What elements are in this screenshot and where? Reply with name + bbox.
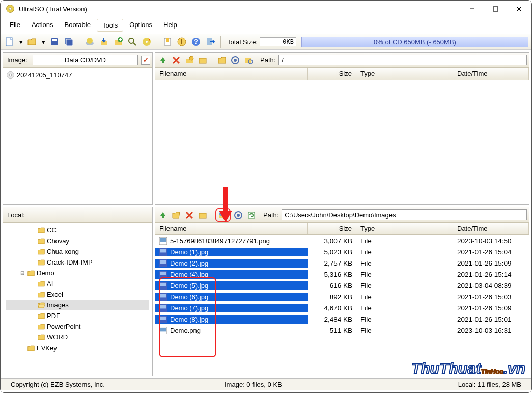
svg-rect-45: [160, 271, 166, 275]
svg-point-13: [129, 38, 134, 43]
app-icon: [6, 4, 15, 13]
new-folder-button[interactable]: [184, 55, 195, 66]
image-type-combo[interactable]: Data CD/DVD: [33, 55, 138, 65]
svg-rect-17: [166, 38, 169, 42]
file-row[interactable]: Demo (4).jpg5,316 KBFile2021-01-26 15:14: [155, 269, 529, 280]
save-as-button[interactable]: [63, 36, 75, 48]
compress-button[interactable]: [161, 36, 174, 48]
tree-item[interactable]: AI: [6, 278, 149, 289]
local-delete-button[interactable]: [184, 209, 195, 221]
bootable-checkbox[interactable]: ✓: [141, 56, 150, 65]
add-to-image-button[interactable]: [217, 209, 229, 221]
svg-rect-5: [52, 39, 57, 41]
menu-bootable[interactable]: Bootable: [60, 19, 96, 32]
svg-rect-32: [199, 213, 206, 218]
menu-actions[interactable]: Actions: [26, 19, 59, 32]
file-row[interactable]: Demo (2).jpg2,757 KBFile2021-01-26 15:09: [155, 257, 529, 269]
svg-rect-37: [248, 212, 255, 218]
tree-item[interactable]: CC: [6, 225, 149, 235]
menu-help[interactable]: Help: [158, 19, 182, 32]
capacity-bar[interactable]: 0% of CD 650MB (- 650MB): [301, 37, 528, 47]
tree-item[interactable]: WORD: [6, 332, 149, 343]
open-button[interactable]: [26, 36, 38, 48]
menu-file[interactable]: File: [5, 19, 25, 32]
save-button[interactable]: [48, 36, 61, 48]
burn-button[interactable]: [141, 36, 153, 48]
open-dropdown-icon[interactable]: ▾: [40, 36, 46, 48]
properties-button[interactable]: [230, 55, 241, 66]
delete-button[interactable]: [171, 55, 182, 66]
total-size-label: Total Size:: [227, 38, 258, 46]
image-list-pane: Path: / Filename Size Type Date/Time: [155, 52, 529, 205]
svg-rect-2: [493, 7, 498, 11]
local-folder-button[interactable]: [197, 209, 208, 221]
file-row[interactable]: Demo.png511 KBFile2023-10-03 16:31: [155, 325, 529, 336]
local-open-folder-button[interactable]: [171, 209, 182, 221]
file-row[interactable]: 5-1576986183849712727791.png3,007 KBFile…: [155, 235, 529, 246]
svg-text:?: ?: [194, 38, 198, 45]
folder-properties-button[interactable]: [243, 55, 254, 66]
tree-item[interactable]: EVKey: [6, 343, 149, 353]
tree-item[interactable]: Chovay: [6, 235, 149, 246]
total-size-value: 0KB: [260, 37, 296, 46]
up-button[interactable]: [157, 55, 169, 66]
svg-point-15: [146, 41, 148, 43]
tree-item[interactable]: PowerPoint: [6, 321, 149, 332]
svg-point-9: [87, 38, 93, 44]
image-path-label: Path:: [260, 56, 275, 64]
file-row[interactable]: Demo (5).jpg616 KBFile2021-03-04 08:39: [155, 280, 529, 291]
svg-point-24: [9, 74, 11, 76]
local-path-label: Path:: [263, 211, 278, 219]
svg-point-26: [189, 56, 193, 60]
maximize-button[interactable]: [484, 1, 507, 16]
svg-rect-27: [199, 58, 206, 63]
window-title: UltraISO (Trial Version): [19, 5, 87, 13]
main-toolbar: ▾ ▾ i ? Total Size: 0KB 0% of CD 650MB (…: [1, 34, 531, 50]
tree-item[interactable]: Excel: [6, 289, 149, 300]
minimize-button[interactable]: [460, 1, 484, 16]
image-tree-pane: Image: Data CD/DVD ✓ 20241205_110747: [3, 52, 153, 205]
find-button[interactable]: [126, 36, 138, 48]
file-row[interactable]: Demo (7).jpg4,670 KBFile2021-01-26 15:09: [155, 302, 529, 313]
menu-tools[interactable]: Tools: [97, 19, 123, 32]
image-list-header[interactable]: Filename Size Type Date/Time: [155, 68, 529, 80]
local-tree-pane: Local: CCChovayChua xongCrack-IDM-IMP⊟De…: [3, 207, 153, 376]
extract-button[interactable]: [98, 36, 110, 48]
menu-options[interactable]: Options: [124, 19, 157, 32]
image-path-value[interactable]: /: [278, 55, 527, 65]
status-local: Local: 11 files, 28 MB: [381, 381, 527, 388]
tree-item[interactable]: Images: [6, 300, 149, 310]
close-button[interactable]: [507, 1, 530, 16]
svg-rect-49: [160, 294, 166, 297]
svg-point-1: [9, 8, 12, 10]
info-button[interactable]: i: [176, 36, 188, 48]
svg-rect-53: [160, 316, 166, 320]
file-row[interactable]: Demo (6).jpg892 KBFile2021-01-26 15:03: [155, 291, 529, 302]
tree-item[interactable]: Crack-IDM-IMP: [6, 257, 149, 268]
tree-item[interactable]: Chua xong: [6, 246, 149, 257]
new-button[interactable]: [4, 36, 16, 48]
local-properties-button[interactable]: [233, 209, 244, 221]
disc-icon: [6, 71, 15, 80]
local-up-button[interactable]: [157, 209, 169, 221]
help-button[interactable]: ?: [190, 36, 202, 48]
tree-item[interactable]: ⊟Demo: [6, 268, 149, 278]
folder-button[interactable]: [197, 55, 208, 66]
exit-button[interactable]: [204, 36, 216, 48]
image-tree-root[interactable]: 20241205_110747: [6, 70, 149, 81]
file-row[interactable]: Demo (1).jpg5,023 KBFile2021-01-26 15:04: [155, 246, 529, 257]
svg-rect-39: [160, 238, 166, 242]
open-folder-button[interactable]: [216, 55, 228, 66]
new-dropdown-icon[interactable]: ▾: [18, 36, 24, 48]
local-list-header[interactable]: Filename Size Type Date/Time: [155, 223, 529, 235]
status-image: Image: 0 files, 0 KB: [218, 381, 381, 388]
local-path-value[interactable]: C:\Users\John\Desktop\Demo\Images: [282, 209, 527, 220]
add-files-button[interactable]: [112, 36, 124, 48]
tree-item[interactable]: PDF: [6, 310, 149, 321]
status-copyright: Copyright (c) EZB Systems, Inc.: [5, 381, 218, 388]
mount-button[interactable]: [83, 36, 96, 48]
file-row[interactable]: Demo (8).jpg2,484 KBFile2021-01-26 15:01: [155, 313, 529, 325]
statusbar: Copyright (c) EZB Systems, Inc. Image: 0…: [1, 378, 531, 390]
local-label: Local:: [7, 211, 30, 219]
refresh-button[interactable]: [246, 209, 257, 221]
